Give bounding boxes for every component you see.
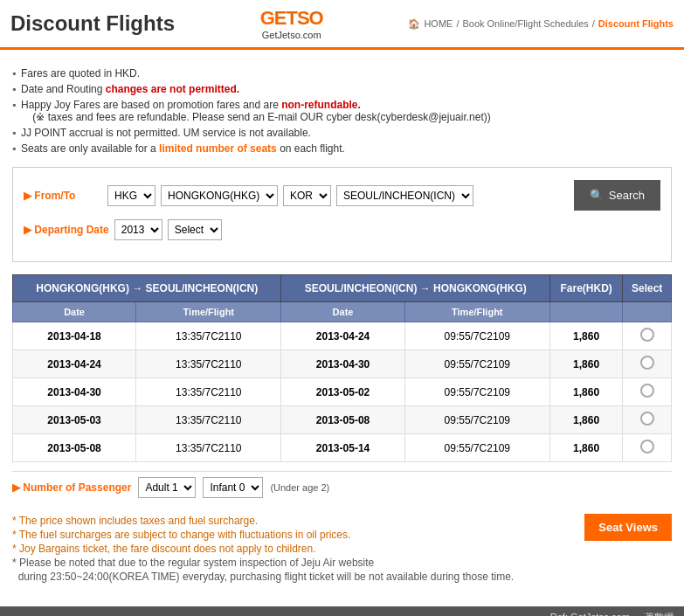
page-title: Discount Flights (10, 11, 175, 36)
sub-date2: Date (281, 302, 404, 322)
table-header-top: HONGKONG(HKG) → SEOUL/INCHEON(ICN) SEOUL… (13, 275, 672, 302)
year-select[interactable]: 2013 (114, 219, 162, 240)
outbound-date: 2013-04-30 (13, 378, 136, 406)
radio-button[interactable] (640, 384, 654, 398)
select-cell[interactable] (623, 378, 672, 406)
inbound-header: SEOUL/INCHEON(ICN) → HONGKONG(HKG) (281, 275, 549, 302)
inbound-date: 2013-04-24 (281, 322, 404, 350)
select-header: Select (623, 275, 672, 302)
page-header: Discount Flights GETSO GetJetso.com 🏠 HO… (0, 0, 684, 50)
passenger-label: Number of Passenger (12, 481, 131, 494)
passenger-row: Number of Passenger Adult 1 Adult 2 Adul… (12, 471, 672, 503)
inbound-flight: 09:55/7C2109 (404, 322, 549, 350)
from-to-row: From/To HKG HONGKONG(HKG) KOR SEOUL/INCH… (24, 180, 660, 211)
seat-views-button[interactable]: Seat Views (584, 514, 672, 541)
select-cell[interactable] (623, 434, 672, 462)
inbound-date: 2013-05-02 (281, 378, 404, 406)
fare-header: Fare(HKD) (549, 275, 622, 302)
search-button[interactable]: 🔍 Search (574, 180, 660, 211)
table-row: 2013-04-18 13:35/7C2110 2013-04-24 09:55… (13, 322, 672, 350)
breadcrumb-area: 🏠 HOME / Book Online/Flight Schedules / … (408, 18, 674, 30)
fare-value: 1,860 (549, 406, 622, 434)
table-body: 2013-04-18 13:35/7C2110 2013-04-24 09:55… (13, 322, 672, 462)
table-row: 2013-05-08 13:35/7C2110 2013-05-14 09:55… (13, 434, 672, 462)
info-item-1: Fares are quoted in HKD. (12, 66, 672, 81)
date-label: Departing Date (24, 224, 109, 236)
not-permitted-text: changes are not permitted. (106, 83, 239, 95)
outbound-date: 2013-05-08 (13, 434, 136, 462)
to-code-select[interactable]: KOR (283, 185, 331, 206)
outbound-date: 2013-04-18 (13, 322, 136, 350)
select-cell[interactable] (623, 322, 672, 350)
main-content: Fares are quoted in HKD. Date and Routin… (0, 50, 684, 603)
info-item-5: Seats are only available for a limited n… (12, 141, 672, 156)
seat-views-area: Seat Views (584, 514, 672, 541)
breadcrumb-current: Discount Flights (598, 18, 674, 29)
radio-button[interactable] (640, 328, 654, 342)
outbound-flight: 13:35/7C2110 (136, 322, 281, 350)
breadcrumb-schedule[interactable]: Book Online/Flight Schedules (462, 18, 588, 29)
home-icon: 🏠 (408, 18, 420, 30)
select-cell[interactable] (623, 406, 672, 434)
table-row: 2013-05-03 13:35/7C2110 2013-05-08 09:55… (13, 406, 672, 434)
select-cell[interactable] (623, 350, 672, 378)
from-city-select[interactable]: HONGKONG(HKG) (161, 185, 278, 206)
adult-select[interactable]: Adult 1 Adult 2 Adult 3 (138, 477, 196, 498)
note-3: * Joy Bargains ticket, the fare discount… (12, 542, 514, 556)
site-footer: Ref: GetJetso.com － 著數網 (0, 606, 684, 616)
info-item-4: JJ POINT accrual is not permitted. UM se… (12, 125, 672, 141)
info-item-3: Happy Joy Fares are based on promotion f… (12, 97, 672, 125)
outbound-header: HONGKONG(HKG) → SEOUL/INCHEON(ICN) (13, 275, 281, 302)
table-row: 2013-04-24 13:35/7C2110 2013-04-30 09:55… (13, 350, 672, 378)
outbound-flight: 13:35/7C2110 (136, 378, 281, 406)
note-5: during 23:50~24:00(KOREA TIME) everyday,… (12, 570, 514, 584)
footer-bottom: * The price shown includes taxes and fue… (12, 510, 672, 587)
from-code-select[interactable]: HKG (107, 185, 155, 206)
note-4: * Please be noted that due to the regula… (12, 556, 514, 570)
inbound-date: 2013-05-14 (281, 434, 404, 462)
date-row: Departing Date 2013 Select (24, 219, 660, 240)
notes-text: * The price shown includes taxes and fue… (12, 514, 514, 584)
footer-notes: * The price shown includes taxes and fue… (12, 503, 672, 594)
infant-select[interactable]: Infant 0 Infant 1 (203, 477, 263, 498)
radio-button[interactable] (640, 440, 654, 453)
from-to-label: From/To (24, 190, 102, 202)
note-1: * The price shown includes taxes and fue… (12, 514, 514, 528)
search-icon: 🔍 (590, 189, 604, 202)
page-wrapper: Discount Flights GETSO GetJetso.com 🏠 HO… (0, 0, 684, 616)
date-select[interactable]: Select (168, 219, 222, 240)
sub-select (623, 302, 672, 322)
breadcrumb-home[interactable]: HOME (424, 18, 453, 29)
logo-sub: GetJetso.com (260, 30, 323, 40)
outbound-flight: 13:35/7C2110 (136, 350, 281, 378)
inbound-flight: 09:55/7C2109 (404, 406, 549, 434)
table-row: 2013-04-30 13:35/7C2110 2013-05-02 09:55… (13, 378, 672, 406)
non-refundable-text: non-refundable. (281, 99, 361, 111)
radio-button[interactable] (640, 356, 654, 370)
to-city-select[interactable]: SEOUL/INCHEON(ICN) (336, 185, 473, 206)
sub-flight2: Time/Flight (404, 302, 549, 322)
limited-seats-text: limited number of seats (159, 142, 277, 155)
logo-text: GETSO (260, 7, 323, 30)
sub-fare (549, 302, 622, 322)
outbound-date: 2013-05-03 (13, 406, 136, 434)
inbound-flight: 09:55/7C2109 (404, 350, 549, 378)
search-box: From/To HKG HONGKONG(HKG) KOR SEOUL/INCH… (12, 167, 672, 262)
logo: GETSO GetJetso.com (260, 7, 323, 40)
info-section: Fares are quoted in HKD. Date and Routin… (12, 59, 672, 167)
under-age-note: (Under age 2) (270, 482, 329, 493)
inbound-date: 2013-05-08 (281, 406, 404, 434)
breadcrumb: 🏠 HOME / Book Online/Flight Schedules / … (408, 18, 674, 30)
fare-value: 1,860 (549, 378, 622, 406)
site-title: Discount Flights (10, 11, 175, 36)
info-item-2: Date and Routing changes are not permitt… (12, 81, 672, 97)
logo-prefix: G (260, 7, 274, 29)
inbound-flight: 09:55/7C2109 (404, 378, 549, 406)
fare-value: 1,860 (549, 434, 622, 462)
footer-text: Ref: GetJetso.com － 著數網 (550, 612, 674, 616)
sub-flight1: Time/Flight (136, 302, 281, 322)
radio-button[interactable] (640, 412, 654, 426)
inbound-date: 2013-04-30 (281, 350, 404, 378)
note-2: * The fuel surcharges are subject to cha… (12, 528, 514, 542)
info-list: Fares are quoted in HKD. Date and Routin… (12, 66, 672, 156)
